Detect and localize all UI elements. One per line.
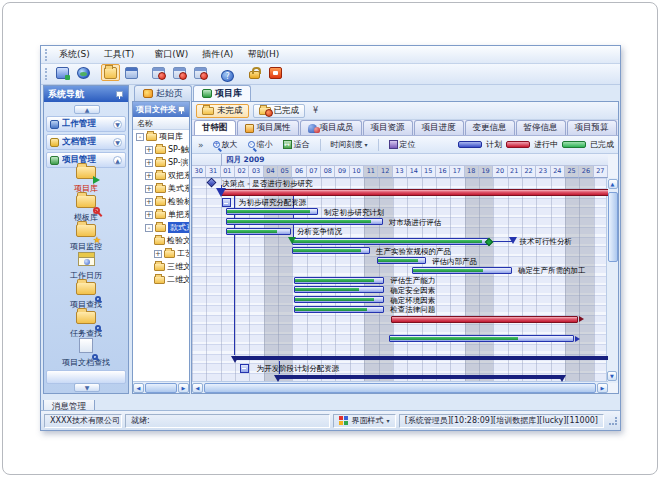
task-bar[interactable] — [294, 277, 384, 284]
tree-item[interactable]: +美式系列 — [133, 182, 189, 195]
sidebar-scroll-down-button[interactable]: ▼ — [74, 383, 100, 392]
tree-item[interactable]: +检验标准 — [133, 195, 189, 208]
gantt-tab[interactable]: 暂停信息 — [516, 120, 566, 135]
group-task-icon[interactable] — [240, 364, 249, 373]
tree-horizontal-scrollbar[interactable]: ◀ ▶ — [133, 381, 189, 393]
filter-overflow-button[interactable]: ¥ — [309, 106, 322, 115]
task-bar[interactable] — [292, 238, 489, 245]
gantt-grid[interactable]: 决策点 - 是否进行初步研究为初步研究分配资源制定初步研究计划对市场进行评估分析… — [192, 178, 608, 383]
gantt-vertical-scrollbar[interactable]: ▲ ▼ — [606, 178, 618, 383]
tree-item[interactable]: 二维文件 — [133, 273, 189, 286]
sidebar-item-4[interactable]: 项目查找 — [44, 280, 128, 309]
sidebar-item-3[interactable]: 工作日历 — [44, 251, 128, 280]
chevron-down-icon[interactable]: ▼ — [113, 138, 122, 147]
scroll-right-icon[interactable]: ▶ — [178, 383, 189, 393]
task-bar[interactable] — [226, 218, 383, 225]
gantt-tab[interactable]: 项目预算 — [567, 120, 617, 135]
unfinished-filter-button[interactable]: 未完成 — [196, 104, 249, 118]
expand-icon[interactable]: + — [145, 198, 153, 206]
help-button[interactable] — [218, 67, 237, 84]
expand-icon[interactable]: + — [145, 172, 153, 180]
expand-icon[interactable]: + — [154, 250, 162, 258]
gantt-tab[interactable]: 项目成员 — [300, 120, 362, 135]
tree-item[interactable]: +单把系列 — [133, 208, 189, 221]
interface-style-button[interactable]: 界面样式 ▾ — [333, 414, 396, 428]
task-bar[interactable] — [294, 306, 384, 313]
toolbar-grip[interactable] — [45, 68, 48, 80]
collapse-icon[interactable]: - — [145, 224, 153, 232]
sidebar-scroll-up-button[interactable]: ▲ — [74, 105, 100, 114]
task-bar[interactable] — [226, 228, 291, 235]
expand-icon[interactable]: + — [145, 211, 153, 219]
zoom-in-button[interactable]: + 放大 — [210, 138, 241, 151]
scroll-left-icon[interactable]: ◀ — [192, 383, 203, 393]
sidebar-partial-section[interactable] — [46, 370, 126, 384]
group-task-icon[interactable] — [222, 198, 231, 207]
scroll-thumb[interactable] — [608, 192, 618, 262]
gantt-tab[interactable]: 项目属性 — [237, 120, 299, 135]
task-bar[interactable] — [294, 286, 384, 293]
logout-button[interactable] — [266, 64, 285, 81]
fit-button[interactable]: ↔ 适合 — [280, 138, 313, 151]
tree-item[interactable]: +SP-演示机系 — [133, 156, 189, 169]
expand-icon[interactable]: + — [145, 146, 153, 154]
summary-bar[interactable] — [278, 375, 562, 379]
globe-button[interactable] — [74, 64, 93, 81]
sidebar-item-0[interactable]: 项目库 — [44, 164, 128, 193]
menu-item[interactable]: 窗口(W) — [147, 47, 195, 61]
finished-filter-button[interactable]: 已完成 — [253, 104, 306, 118]
sidebar-item-2[interactable]: ★项目监控 — [44, 222, 128, 251]
expand-icon[interactable]: + — [145, 185, 153, 193]
tree-item[interactable]: 三维文件 — [133, 260, 189, 273]
task-bar[interactable] — [292, 247, 369, 254]
monitor-button[interactable] — [53, 64, 72, 81]
task-bar[interactable] — [377, 257, 426, 264]
expand-icon[interactable]: + — [145, 159, 153, 167]
pin-icon[interactable] — [115, 90, 124, 99]
gantt-tab[interactable]: 甘特图 — [194, 120, 236, 135]
tree-column-header[interactable]: 名称 — [133, 117, 189, 130]
menu-item[interactable]: 帮助(H) — [240, 47, 286, 61]
tree-item[interactable]: +工艺文件 — [133, 247, 189, 260]
pin-icon[interactable] — [177, 105, 186, 114]
task-bar[interactable] — [412, 267, 512, 274]
open-folder-button[interactable] — [101, 64, 120, 81]
task-bar[interactable] — [294, 296, 384, 303]
menu-item[interactable]: 插件(A) — [195, 47, 240, 61]
sidebar-item-1[interactable]: 模板库 — [44, 193, 128, 222]
scroll-down-icon[interactable]: ▼ — [607, 371, 617, 381]
project-window-button-1[interactable] — [149, 64, 168, 81]
gantt-horizontal-scrollbar[interactable]: ◀ ▶ — [192, 381, 608, 393]
scroll-right-icon[interactable]: ▶ — [597, 383, 608, 393]
zoom-out-button[interactable]: - 缩小 — [245, 138, 276, 151]
tree-item[interactable]: -款式系列 — [133, 221, 189, 234]
sidebar-item-6[interactable]: 项目文档查找 — [44, 338, 128, 367]
window-layout-button[interactable] — [122, 64, 141, 81]
project-window-button-2[interactable] — [170, 64, 189, 81]
tab-project-library[interactable]: 项目库 — [193, 85, 251, 101]
in-progress-bar[interactable] — [391, 316, 578, 323]
scroll-left-icon[interactable]: ◀ — [133, 383, 144, 393]
task-bar[interactable] — [389, 335, 574, 342]
tab-start-page[interactable]: 起始页 — [134, 85, 192, 101]
sidebar-section-0[interactable]: 工作管理▼ — [46, 116, 126, 132]
tree-item[interactable]: 检验文件 — [133, 234, 189, 247]
menu-grip[interactable] — [45, 49, 48, 61]
gantt-tab[interactable]: 项目进度 — [414, 120, 464, 135]
scroll-up-icon[interactable]: ▲ — [608, 179, 618, 189]
task-bar[interactable] — [226, 208, 319, 215]
time-scale-button[interactable]: 时间刻度 ▾ — [328, 138, 371, 151]
gantt-tab[interactable]: 变更信息 — [465, 120, 515, 135]
tree-item[interactable]: +双把系列 — [133, 169, 189, 182]
sidebar-item-5[interactable]: 任务查找 — [44, 309, 128, 338]
gantt-toolbar-overflow-button[interactable]: » — [196, 140, 206, 150]
gantt-tab[interactable]: 项目资源 — [363, 120, 413, 135]
in-progress-bar[interactable] — [221, 189, 608, 196]
lock-button[interactable] — [245, 64, 264, 81]
project-window-button-3[interactable] — [191, 64, 210, 81]
tree-item[interactable]: +SP-触式机系 — [133, 143, 189, 156]
locate-button[interactable]: 定位 — [386, 138, 419, 151]
sidebar-section-1[interactable]: 文档管理▼ — [46, 134, 126, 150]
menu-item[interactable]: 工具(T) — [97, 47, 142, 61]
scroll-thumb[interactable] — [204, 383, 596, 393]
